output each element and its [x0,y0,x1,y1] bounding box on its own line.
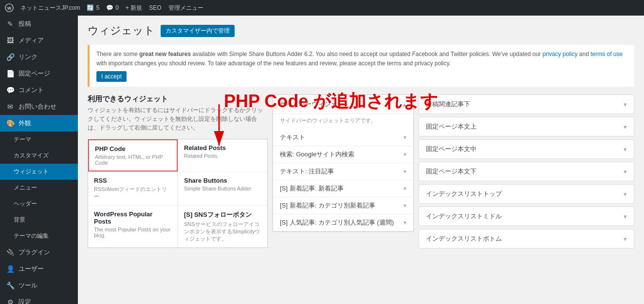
sidebar-item-widgets[interactable]: ウィジェット [0,164,78,180]
area-fixed-page-top[interactable]: 固定ページ本文上 ▾ [419,117,634,136]
chevron-icon: ▾ [404,151,406,158]
tools-icon: 🔧 [6,282,15,289]
sidebar-item-posts[interactable]: ✎ 投稿 [0,16,78,32]
sidebar-widget-new-posts-cat[interactable]: [S] 新着記事: カテゴリ別新着記事 ▾ [273,197,413,214]
widget-desc: Simple Share Buttons Adder [184,186,261,191]
sidebar-widget-area-title: サイドバーウィジェット [280,100,350,109]
sidebar-item-users[interactable]: 👤 ユーザー [0,261,78,277]
site-name[interactable]: ネットニュースJP.com [20,4,80,12]
sidebar-item-background[interactable]: 背景 [0,212,78,228]
links-icon: 🔗 [6,53,15,61]
customize-button[interactable]: カスタマイザー内で管理 [161,25,235,37]
accept-button[interactable]: I accept [96,71,127,82]
available-widgets-section: 利用できるウィジェット ウィジェットを有効にするにはサイドバーにドラッグするかク… [88,95,634,251]
svg-text:W: W [7,6,12,11]
chevron-icon: ▾ [624,168,627,175]
sidebar-item-pages[interactable]: 📄 固定ページ [0,65,78,82]
area-fixed-page-bottom[interactable]: 固定ページ本文下 ▾ [419,162,634,181]
admin-bar: W ネットニュースJP.com 🔄 5 💬 0 + 新規 SEO 管理メニュー [0,0,644,16]
settings-icon: ⚙ [6,298,15,304]
sidebar-item-plugins[interactable]: 🔌 プラグイン [0,244,78,261]
chevron-icon: ▾ [624,123,627,131]
plugins-icon: 🔌 [6,248,15,256]
chevron-icon: ▾ [624,235,627,243]
widget-title: PHP Code [95,145,171,152]
chevron-icon: ▾ [624,146,627,153]
sidebar-widget-area-header[interactable]: サイドバーウィジェット ▴ [273,95,413,114]
chevron-icon: ▾ [624,190,627,198]
comment-count[interactable]: 🔄 5 [87,4,99,11]
area-index-list-mid[interactable]: インデックスリストミドル ▾ [419,207,634,226]
terms-link[interactable]: terms of use [590,51,623,57]
area-index-list-top[interactable]: インデックスリストトップ ▾ [419,184,634,204]
comments-icon: 💬 [6,86,15,94]
widget-desc: The most Popular Posts on your blog. [94,227,171,238]
appearance-icon: 🎨 [6,119,15,127]
sidebar-widget-new-posts[interactable]: [S] 新着記事: 新着記事 ▾ [273,180,413,197]
posts-icon: ✎ [6,20,15,28]
sidebar-widget-search[interactable]: 検索: Googleサイト内検索 ▾ [273,146,413,163]
sidebar-widget-text[interactable]: テキスト ▾ [273,129,413,146]
widget-desc: RSS/Atomフィードのエントリー [94,186,171,200]
pages-icon: 📄 [6,70,15,77]
sidebar-item-media[interactable]: 🖼 メディア [0,32,78,49]
sidebar-widget-popular-weekly[interactable]: [S] 人気記事: カテゴリ別人気記事 (週間) ▾ [273,214,413,231]
widget-title: Share Buttons [184,177,261,184]
sidebar-item-settings[interactable]: ⚙ 設定 [0,294,78,304]
sidebar-item-menu[interactable]: メニュー [0,180,78,196]
main-content: ウィジェット カスタマイザー内で管理 There are some great … [78,16,644,304]
chevron-icon: ▾ [404,202,406,209]
media-icon: 🖼 [6,37,15,44]
chevron-icon: ▾ [624,213,627,220]
sidebar-item-appearance[interactable]: 🎨 外観 [0,115,78,132]
wp-logo-item[interactable]: W [5,3,14,12]
widget-title: WordPress Popular Posts [94,210,171,225]
available-widgets-panel: 利用できるウィジェット ウィジェットを有効にするにはサイドバーにドラッグするかク… [88,95,268,251]
seo-btn[interactable]: SEO [149,4,161,11]
sidebar-item-customize[interactable]: カスタマイズ [0,148,78,164]
widget-sns-follow[interactable]: [S] SNSフォローボタン SNSサービスのフォローアイコンボタンを表示するS… [178,206,267,247]
contact-icon: ✉ [6,103,15,111]
widget-wp-popular-posts[interactable]: WordPress Popular Posts The most Popular… [88,206,178,247]
widget-title: [S] SNSフォローボタン [184,210,261,219]
sidebar: ✎ 投稿 🖼 メディア 🔗 リンク 📄 固定ページ 💬 コメント ✉ お問い合わ… [0,16,78,304]
users-icon: 👤 [6,265,15,273]
area-index-list-bottom[interactable]: インデックスリストボトム ▾ [419,229,634,248]
right-areas-panel: 投稿関連記事下 ▾ 固定ページ本文上 ▾ 固定ページ本文中 ▾ 固定ページ本文下… [419,95,634,251]
widget-rss[interactable]: RSS RSS/Atomフィードのエントリー [88,172,178,205]
notice-bar: There are some great new features availa… [88,45,634,87]
wp-logo-icon: W [5,3,14,12]
sidebar-item-header[interactable]: ヘッダー [0,196,78,212]
widget-desc: Related Posts [184,153,261,159]
widget-title: RSS [94,177,171,184]
chevron-icon: ▾ [404,219,406,226]
sidebar-widget-text-notice[interactable]: テキスト: 注目記事 ▾ [273,163,413,180]
widget-title: Related Posts [184,144,261,152]
widget-related-posts[interactable]: Related Posts Related Posts [178,139,267,171]
widget-desc: SNSサービスのフォローアイコンボタンを表示するSimplicityウィジェット… [184,221,261,243]
new-post-btn[interactable]: + 新規 [126,4,142,12]
sidebar-item-links[interactable]: 🔗 リンク [0,49,78,65]
sidebar-widgets-panel: サイドバーウィジェット ▴ サイドバーのウィジェットエリアです。 テキスト ▾ … [273,95,414,251]
chevron-icon: ▾ [404,134,406,141]
sidebar-item-comments[interactable]: 💬 コメント [0,82,78,98]
chevron-icon: ▾ [624,101,627,108]
admin-menu-btn[interactable]: 管理メニュー [168,4,203,12]
area-fixed-page-mid[interactable]: 固定ページ本文中 ▾ [419,139,634,159]
page-header: ウィジェット カスタマイザー内で管理 [88,23,634,38]
message-count[interactable]: 💬 0 [106,4,119,11]
page-title: ウィジェット [88,23,155,38]
area-post-related[interactable]: 投稿関連記事下 ▾ [419,95,634,114]
available-widgets-desc: ウィジェットを有効にするにはサイドバーにドラッグするかクリックしてください。ウィ… [88,106,268,132]
privacy-policy-link[interactable]: privacy policy [542,51,577,57]
sidebar-item-editor[interactable]: テーマの編集 [0,228,78,244]
sidebar-item-contact[interactable]: ✉ お問い合わせ [0,98,78,115]
chevron-icon: ▾ [404,185,406,192]
available-widgets-title: 利用できるウィジェット [88,95,268,104]
sidebar-widget-area: サイドバーウィジェット ▴ サイドバーのウィジェットエリアです。 テキスト ▾ … [273,95,414,232]
widget-php-code[interactable]: PHP Code Arbitrary text, HTML, or PHP Co… [88,139,178,171]
sidebar-item-tools[interactable]: 🔧 ツール [0,277,78,294]
collapse-icon: ▴ [403,101,406,108]
sidebar-item-theme[interactable]: テーマ [0,132,78,148]
widget-share-buttons[interactable]: Share Buttons Simple Share Buttons Adder [178,172,267,205]
